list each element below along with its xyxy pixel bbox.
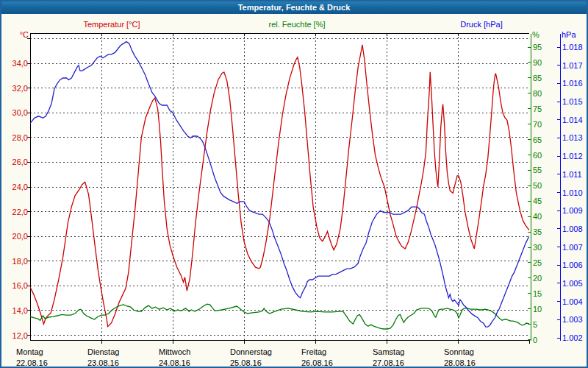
tick-label: 60: [533, 151, 542, 160]
tick-label: 10: [533, 305, 542, 314]
tick-label: 18,0: [12, 257, 28, 266]
tick-label: 34,0: [12, 59, 28, 68]
tick-label: 1.009: [562, 206, 583, 215]
temperature-tick-labels: 34,032,030,028,026,024,022,020,018,016,0…: [12, 59, 28, 339]
tick-label: 25: [533, 258, 542, 267]
tick-label: 95: [533, 43, 542, 52]
unit-label-celsius: °C: [7, 30, 29, 39]
day-name: Freitag: [301, 347, 326, 356]
day-date: 25.08.16: [230, 358, 262, 367]
tick-label: 55: [533, 166, 542, 174]
day-name: Mittwoch: [159, 347, 190, 356]
unit-label-hpa: hPa: [562, 30, 576, 39]
day-date: 28.08.16: [444, 358, 476, 367]
tick-label: 80: [533, 89, 542, 98]
tick-label: 1.008: [562, 224, 583, 233]
tick-label: 1.002: [562, 333, 583, 342]
tick-label: 1.004: [562, 297, 583, 306]
tick-label: 65: [533, 135, 542, 144]
pressure-axis: [557, 34, 561, 341]
unit-label-percent: %: [532, 30, 539, 39]
day-date: 23.08.16: [87, 358, 119, 367]
tick-label: 1.006: [562, 261, 583, 269]
tick-label: 1.017: [562, 61, 583, 70]
tick-label: 32,0: [12, 84, 28, 93]
legend-pressure: Druck [hPa]: [460, 20, 502, 29]
tick-label: 1.015: [562, 97, 583, 106]
tick-label: 1.007: [562, 243, 583, 252]
tick-label: 1.013: [562, 133, 583, 142]
tick-label: 24,0: [12, 183, 28, 191]
tick-label: 1.014: [562, 116, 583, 124]
tick-label: 5: [533, 320, 537, 329]
day-name: Samstag: [373, 347, 404, 356]
tick-label: 22,0: [12, 208, 28, 216]
tick-label: 1.016: [562, 79, 583, 88]
legend-temperature: Temperatur [°C]: [83, 20, 140, 29]
chart-canvas: 34,032,030,028,026,024,022,020,018,016,0…: [1, 1, 588, 368]
tick-label: 1.005: [562, 279, 583, 288]
day-labels: Montag22.08.16Dienstag23.08.16Mittwoch24…: [16, 347, 476, 367]
tick-label: 20,0: [12, 232, 28, 241]
tick-label: 26,0: [12, 158, 28, 166]
humidity-tick-labels: 95908580757065605550454035302520151050: [533, 43, 542, 344]
tick-label: 50: [533, 181, 542, 190]
tick-label: 0: [533, 336, 537, 344]
tick-label: 1.011: [562, 170, 582, 179]
tick-label: 75: [533, 105, 542, 113]
tick-label: 30: [533, 243, 542, 252]
legend-humidity: rel. Feuchte [%]: [268, 20, 325, 29]
app-window: Temperatur, Feuchte & Druck 34,032,030,0…: [0, 0, 588, 368]
day-date: 27.08.16: [373, 358, 404, 367]
tick-label: 14,0: [12, 306, 28, 315]
day-name: Dienstag: [87, 347, 119, 356]
tick-label: 85: [533, 74, 542, 82]
day-date: 26.08.16: [301, 358, 333, 367]
tick-label: 30,0: [12, 108, 28, 117]
day-name: Sonntag: [444, 347, 474, 356]
tick-label: 35: [533, 227, 542, 236]
day-name: Montag: [16, 347, 43, 356]
tick-label: 15: [533, 289, 542, 298]
tick-label: 1.010: [562, 188, 583, 197]
tick-label: 45: [533, 197, 542, 205]
tick-label: 90: [533, 58, 542, 67]
day-name: Donnerstag: [230, 347, 272, 356]
pressure-tick-labels: 1.0181.0171.0161.0151.0141.0131.0121.011…: [562, 43, 583, 342]
tick-label: 70: [533, 120, 542, 129]
tick-label: 40: [533, 212, 542, 221]
day-date: 24.08.16: [159, 358, 190, 367]
tick-label: 1.003: [562, 315, 583, 324]
tick-label: 20: [533, 274, 542, 283]
day-date: 22.08.16: [16, 358, 48, 367]
tick-label: 16,0: [12, 281, 28, 290]
tick-label: 1.018: [562, 43, 583, 52]
tick-label: 28,0: [12, 133, 28, 142]
tick-label: 1.012: [562, 152, 583, 160]
tick-label: 12,0: [12, 331, 28, 340]
